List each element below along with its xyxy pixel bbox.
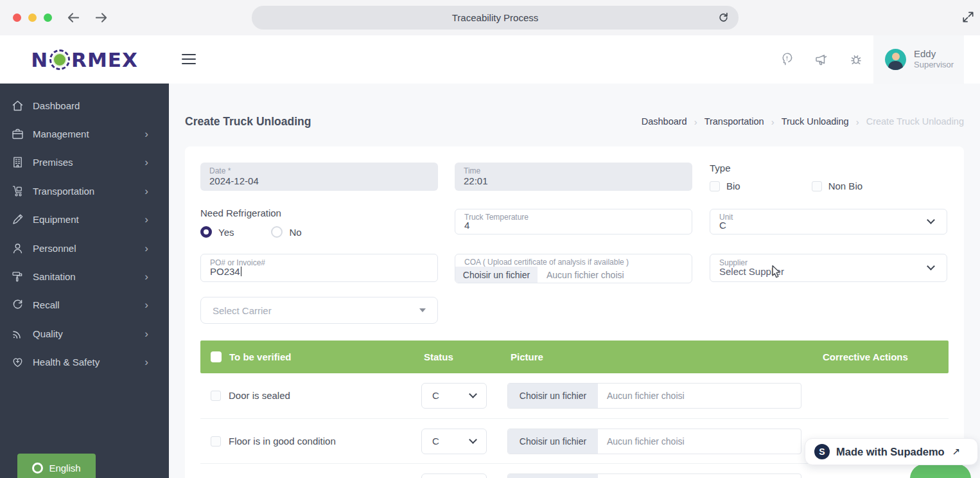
forward-icon[interactable] <box>94 10 109 25</box>
breadcrumb-truck-unloading[interactable]: Truck Unloading <box>782 116 849 127</box>
brand-leaf-icon <box>49 49 70 70</box>
type-nonbio-checkbox[interactable]: Non Bio <box>812 181 862 191</box>
picture-file-button[interactable]: Choisir un fichier <box>508 384 598 408</box>
address-bar-text: Traceability Process <box>452 12 539 23</box>
carrier-select[interactable]: Select Carrier <box>200 297 438 324</box>
menu-toggle-icon[interactable] <box>182 54 196 67</box>
status-select[interactable]: C <box>421 474 487 478</box>
language-globe-icon <box>32 463 43 474</box>
floating-action-button[interactable] <box>910 464 971 478</box>
refresh-circle-icon <box>10 298 25 312</box>
breadcrumb: Dashboard › Transportation › Truck Unloa… <box>642 116 964 127</box>
sidebar-item-premises[interactable]: Premises › <box>0 148 169 177</box>
avatar <box>885 49 906 70</box>
sidebar-item-quality[interactable]: Quality › <box>0 319 169 348</box>
refrigeration-no-radio[interactable]: No <box>271 226 301 238</box>
heart-plus-icon <box>10 355 25 369</box>
announcements-megaphone-icon[interactable] <box>804 52 839 67</box>
brand-logo[interactable]: N RMEX <box>0 35 169 84</box>
time-field[interactable]: Time 22:01 <box>455 163 692 191</box>
checkbox-icon <box>710 181 720 191</box>
sidebar-item-equipment[interactable]: Equipment › <box>0 206 169 234</box>
rss-icon <box>10 327 25 341</box>
briefcase-icon <box>10 127 25 141</box>
breadcrumb-transportation[interactable]: Transportation <box>704 116 764 127</box>
type-label: Type <box>710 163 862 173</box>
chevron-right-icon: › <box>771 116 774 127</box>
home-icon <box>10 99 25 112</box>
chevron-right-icon: › <box>144 214 148 225</box>
help-idea-icon[interactable] <box>769 52 804 67</box>
chevron-right-icon: › <box>144 243 148 254</box>
app-header: Eddy Supervisor <box>169 35 980 84</box>
breadcrumb-current: Create Truck Unloading <box>866 116 964 127</box>
brand-text-end: RMEX <box>71 48 138 71</box>
chevron-right-icon: › <box>856 116 859 127</box>
sidebar-item-dashboard[interactable]: Dashboard <box>0 91 169 120</box>
picture-file-status: Aucun fichier choisi <box>598 474 685 478</box>
chevron-down-icon <box>469 390 477 398</box>
mouse-cursor <box>769 264 783 279</box>
unit-select[interactable]: Unit C <box>710 209 947 235</box>
address-bar[interactable]: Traceability Process <box>252 6 739 30</box>
sidebar-item-transportation[interactable]: Transportation › <box>0 177 169 205</box>
picture-file-status: Aucun fichier choisi <box>598 384 685 408</box>
user-menu[interactable]: Eddy Supervisor <box>873 35 964 84</box>
chevron-right-icon: › <box>144 357 148 367</box>
sidebar-item-personnel[interactable]: Personnel › <box>0 234 169 262</box>
picture-file-input: Choisir un fichier Aucun fichier choisi <box>507 429 801 454</box>
status-select[interactable]: C <box>421 383 487 409</box>
bug-report-icon[interactable] <box>839 52 873 67</box>
user-role: Supervisor <box>914 60 954 71</box>
page-title: Create Truck Unloading <box>185 115 311 128</box>
picture-file-input: Choisir un fichier Aucun fichier choisi <box>507 383 801 409</box>
type-group: Type Bio Non Bio <box>710 163 862 191</box>
checklist-row-no-damage: No damage inside the truck C Choisir un … <box>200 463 949 478</box>
radio-icon <box>271 226 283 238</box>
refrigeration-yes-radio[interactable]: Yes <box>200 226 234 238</box>
supplier-select[interactable]: Supplier Select Supplier <box>710 254 947 282</box>
back-icon[interactable] <box>66 10 81 25</box>
browser-chrome: Traceability Process <box>0 0 980 35</box>
zoom-window-icon[interactable] <box>44 13 52 22</box>
checklist-header: To be verified Status Picture Corrective… <box>200 341 949 373</box>
chevron-right-icon: › <box>144 328 148 339</box>
form-card: Date * 2024-12-04 Time 22:01 Type Bio No… <box>185 146 964 478</box>
date-field[interactable]: Date * 2024-12-04 <box>200 163 438 191</box>
row-checkbox[interactable] <box>211 391 221 401</box>
sidebar-item-health-safety[interactable]: Health & Safety › <box>0 348 169 376</box>
picture-file-button[interactable]: Choisir un fichier <box>508 474 598 478</box>
sidebar-item-recall[interactable]: Recall › <box>0 291 169 319</box>
close-window-icon[interactable] <box>13 13 21 22</box>
status-select[interactable]: C <box>421 429 487 454</box>
po-invoice-field[interactable]: PO# or Invoice# PO234 <box>200 254 438 282</box>
select-all-checkbox[interactable] <box>211 351 222 362</box>
sidebar: Dashboard Management › Premises › Transp… <box>0 84 169 478</box>
language-button[interactable]: English <box>17 454 96 478</box>
chevron-down-icon <box>927 216 935 224</box>
reload-icon[interactable] <box>717 11 730 24</box>
paint-roller-icon <box>10 270 25 283</box>
refrigeration-label: Need Refrigeration <box>200 208 302 218</box>
chevron-right-icon: › <box>144 128 148 139</box>
fullscreen-icon[interactable] <box>961 10 976 24</box>
chevron-right-icon: › <box>144 271 148 282</box>
checkbox-icon <box>812 181 822 191</box>
refrigeration-group: Need Refrigeration Yes No <box>200 208 302 238</box>
window-controls[interactable] <box>13 13 52 22</box>
person-icon <box>10 242 25 255</box>
sidebar-item-sanitation[interactable]: Sanitation › <box>0 262 169 290</box>
brand-text-start: N <box>31 48 48 71</box>
picture-file-button[interactable]: Choisir un fichier <box>508 429 598 454</box>
breadcrumb-dashboard[interactable]: Dashboard <box>642 116 687 127</box>
row-checkbox[interactable] <box>211 436 221 447</box>
chevron-down-icon <box>927 262 935 270</box>
minimize-window-icon[interactable] <box>28 13 37 22</box>
type-bio-checkbox[interactable]: Bio <box>710 181 740 191</box>
external-link-arrow-icon: ↗ <box>952 446 961 457</box>
supademo-badge[interactable]: S Made with Supademo ↗ <box>805 438 978 465</box>
truck-temperature-field[interactable]: Truck Temperature 4 <box>455 209 692 235</box>
sidebar-item-management[interactable]: Management › <box>0 120 169 148</box>
coa-file-button[interactable]: Choisir un fichier <box>455 267 538 283</box>
picture-file-input: Choisir un fichier Aucun fichier choisi <box>507 474 801 478</box>
